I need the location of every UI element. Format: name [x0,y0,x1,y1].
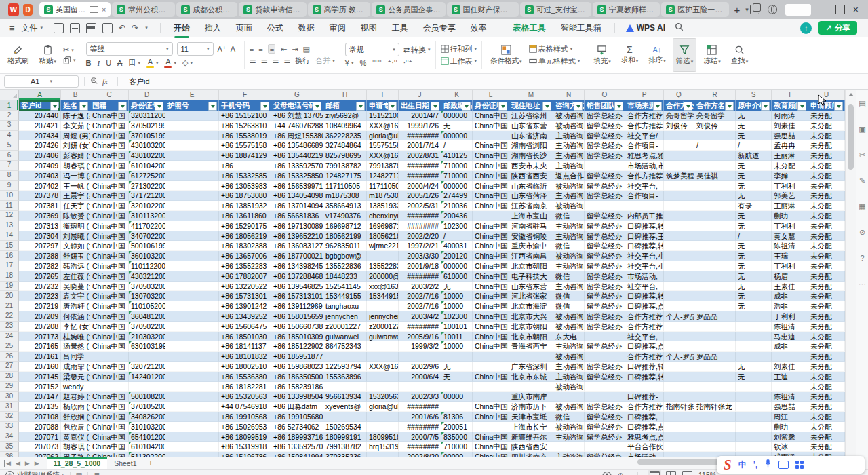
cell[interactable]: 被动咨询 [553,201,585,211]
document-tab[interactable]: S医护五险一金.xlsx [661,2,728,17]
cell[interactable] [585,161,625,171]
cell[interactable]: 2002/7/16 [399,301,441,311]
cell[interactable]: China中国 [473,311,509,322]
cell[interactable]: 桂婉唯 (女 [61,332,90,342]
cell[interactable]: 陈子逸 (男 [61,111,90,121]
cell[interactable]: 留学总经办 [585,311,625,322]
decrease-font-icon[interactable]: A⁻ [231,45,239,54]
cell[interactable] [165,362,219,372]
cell[interactable] [165,352,219,362]
cell[interactable]: 留学总经办 [585,301,625,311]
sheet-tab-11_28_5_1000[interactable]: 11_28_5_1000 [47,457,108,469]
cell[interactable]: 社交平台,小 [625,251,664,261]
header-cell[interactable]: 销售团队 [585,100,625,111]
cell[interactable]: +86 1354866895 [271,140,323,151]
last-sheet-icon[interactable]: ▶ [35,460,41,467]
cell[interactable] [90,352,129,362]
cell[interactable]: 未分配 [808,341,845,352]
cell[interactable]: 微信 [553,412,585,422]
cell[interactable]: 陈祖清 [772,241,808,251]
column-header-O[interactable]: O [585,90,625,100]
cell[interactable] [509,382,553,392]
document-tab[interactable]: S常州公积金 .xlsx [112,2,175,17]
cell[interactable]: 362228235 [323,131,367,141]
column-header-K[interactable]: K [441,90,473,100]
cell[interactable] [664,452,694,457]
cell[interactable] [664,231,694,242]
cell[interactable]: 无 [736,211,772,221]
column-header-J[interactable]: J [399,90,441,100]
cell[interactable] [367,352,399,362]
row-header-4[interactable]: 4 [0,131,19,141]
cell[interactable]: 630103199903020823 [129,341,165,352]
cell[interactable]: 主动咨询 [553,221,585,231]
cell[interactable]: 个人-罗晶 [664,311,694,322]
cell[interactable]: 未分配 [808,191,845,201]
cell[interactable]: 丁利利 [772,261,808,271]
cell[interactable]: wjrme221@ [367,241,399,251]
cell[interactable]: 2002/8/20 [399,452,441,457]
cell[interactable] [165,311,219,322]
cell[interactable]: 无 [736,121,772,131]
cell[interactable]: 2001/9/18 [399,261,441,271]
cell[interactable]: 留学总经办 [585,322,625,332]
filter-dropdown-icon[interactable] [542,102,551,111]
cell[interactable]: 雅思考点,点 [625,432,664,442]
column-header-E[interactable]: E [165,90,219,100]
cell[interactable]: 956613934 [323,392,367,402]
align-center-icon[interactable]: ☰ [261,56,267,65]
cell[interactable]: 210036 [441,201,473,211]
cell[interactable]: 唐浩轩 (男 [61,301,90,311]
cell[interactable]: 410125 [441,151,473,161]
cell[interactable]: 无 [736,171,772,181]
cell[interactable]: 合作方推荐 [625,111,664,121]
cell[interactable]: 未分配 [808,352,845,362]
cell[interactable]: 200436 [441,211,473,221]
cell[interactable]: 微信 [553,271,585,282]
ime-language-toggle[interactable]: 中 [738,459,747,471]
cell[interactable]: +44 7460762888 [271,121,323,131]
cell[interactable]: +86 18099519 [219,432,271,442]
cell[interactable]: 何依涵 (女 [61,311,90,322]
document-tab[interactable]: S贷款申请信息.xlsx [239,2,306,17]
cell[interactable]: 刘素佳 [772,121,808,131]
cell[interactable]: 丁利利 [772,221,808,231]
cell[interactable]: 主动咨询 [553,151,585,161]
cell[interactable]: 102300 [441,311,473,322]
cell[interactable]: +86 1391129694 [271,301,323,311]
cell[interactable]: 未分配 [808,261,845,271]
globe-icon[interactable] [768,5,777,14]
cell[interactable]: +86 13439252 [219,311,271,322]
cell[interactable]: 610104200212213421 [129,442,165,452]
font-size-select[interactable]: 11▾ [177,42,214,56]
cell[interactable] [441,402,473,412]
cell[interactable] [664,362,694,372]
cell[interactable]: 合作方推荐 [625,352,664,362]
cell[interactable]: / [694,140,736,151]
cell[interactable]: 00000 [441,452,473,457]
cell[interactable]: 留学总经办 [585,191,625,201]
cell[interactable]: 刘妍 (女) [61,140,90,151]
page-layout-view-icon[interactable] [666,471,676,475]
cell[interactable]: ######## [399,422,441,432]
cell[interactable]: gloria@uk [367,402,399,412]
filter-dropdown-icon[interactable] [356,102,365,111]
cell[interactable] [367,422,399,432]
cell[interactable]: 207147 [19,392,61,402]
cell[interactable]: 强思喆 [772,131,808,141]
cell[interactable]: China中国 [90,432,129,442]
filter-dropdown-icon[interactable] [313,102,321,111]
cell[interactable]: 未分配 [808,382,845,392]
row-header-11[interactable]: 11 [0,201,19,211]
wrap-text-button[interactable]: 换行 [295,56,310,66]
filter-dropdown-icon[interactable] [614,102,623,111]
cell[interactable]: z20001227 [323,322,367,332]
sidebar-cut-icon[interactable]: ✂ [859,151,867,159]
cell[interactable]: 亮哥留学 [664,111,694,121]
cell[interactable]: 370105200210270824 [129,402,165,412]
cell-style-button[interactable]: 单元格样式▾ [529,56,580,66]
cell[interactable]: 东大电 [553,332,585,342]
cell[interactable]: 未分配 [808,271,845,282]
cell[interactable]: 138519326 [367,201,399,211]
cell[interactable]: +86 15320563 [219,392,271,402]
